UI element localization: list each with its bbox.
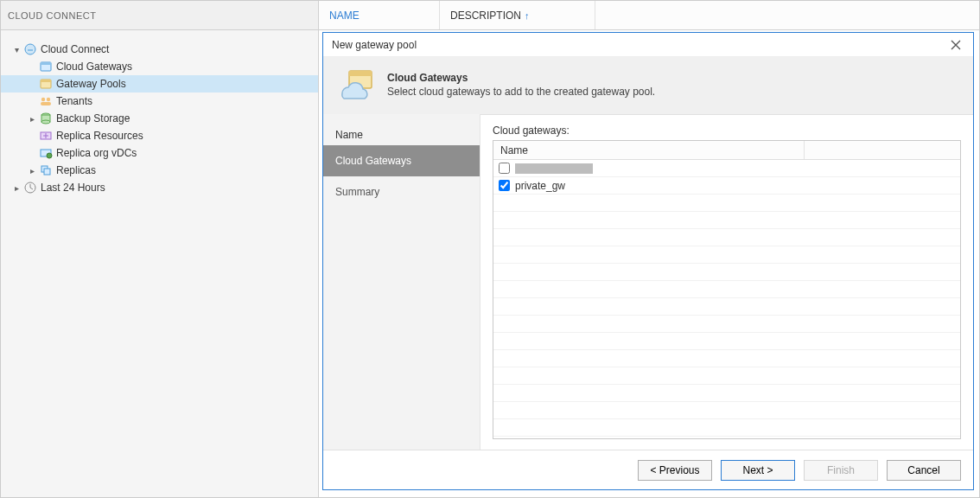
expander-icon[interactable]: ▸ (11, 182, 22, 193)
previous-button[interactable]: < Previous (638, 460, 712, 481)
replica-resources-icon (39, 129, 53, 143)
cloud-gateways-large-icon (337, 67, 375, 102)
svg-rect-2 (41, 62, 51, 65)
gateway-row-empty (493, 298, 960, 316)
tenants-icon (39, 94, 53, 108)
nav-item-cloud-gateways[interactable]: Cloud Gateways (1, 58, 318, 75)
nav-panel: CLOUD CONNECT ▾Cloud ConnectCloud Gatewa… (1, 1, 319, 497)
wizard-step-summary[interactable]: Summary (323, 176, 480, 208)
gateway-row-empty (493, 316, 960, 333)
column-description[interactable]: DESCRIPTION ↑ (440, 1, 595, 29)
svg-point-10 (41, 120, 50, 124)
nav-item-label: Gateway Pools (56, 78, 126, 90)
finish-button[interactable]: Finish (804, 460, 878, 481)
cancel-button[interactable]: Cancel (887, 460, 961, 481)
gateway-row-label-redacted (515, 163, 593, 174)
nav-item-label: Last 24 Hours (41, 182, 105, 194)
wizard-steps-header: Name (323, 124, 480, 145)
cloud-gateways-label: Cloud gateways: (493, 124, 961, 137)
dialog-step-title: Cloud Gateways (387, 72, 655, 84)
expander-icon (27, 61, 37, 72)
backup-storage-icon (39, 112, 53, 125)
nav-tree: ▾Cloud ConnectCloud GatewaysGateway Pool… (1, 30, 318, 196)
nav-item-label: Tenants (56, 95, 92, 107)
nav-item-label: Replica org vDCs (56, 147, 137, 159)
svg-point-6 (47, 98, 50, 101)
nav-item-label: Cloud Gateways (56, 61, 132, 73)
gateway-row[interactable]: private_gw (493, 177, 960, 195)
svg-point-5 (41, 98, 45, 101)
cloud-gateways-grid-head: Name (493, 141, 960, 160)
list-column-header: NAME DESCRIPTION ↑ (319, 1, 979, 30)
svg-rect-7 (41, 102, 51, 105)
svg-point-13 (47, 153, 52, 158)
close-icon (951, 40, 961, 50)
replicas-icon (39, 163, 53, 177)
dialog-titlebar: New gateway pool (323, 33, 973, 57)
gateway-row-empty (493, 333, 960, 350)
svg-rect-4 (41, 80, 51, 82)
gateway-row-empty (493, 212, 960, 229)
expander-icon[interactable]: ▾ (11, 44, 22, 54)
dialog-step-desc: Select cloud gateways to add to the crea… (387, 86, 655, 98)
svg-point-0 (25, 44, 35, 54)
wizard-steps: Name Cloud GatewaysSummary (323, 114, 480, 450)
gateway-row-empty (493, 195, 960, 212)
dialog-footer: < Previous Next > Finish Cancel (323, 450, 973, 489)
cloud-gateways-grid: Name private_gw (493, 140, 961, 439)
gateway-row-label: private_gw (515, 180, 565, 192)
close-button[interactable] (945, 36, 966, 54)
nav-item-replica-org-vdcs[interactable]: Replica org vDCs (1, 144, 318, 162)
gateway-row-empty (493, 264, 960, 281)
gateway-row-checkbox[interactable] (499, 163, 510, 174)
cloud-connect-icon (23, 42, 37, 56)
nav-item-last-24-hours[interactable]: ▸Last 24 Hours (1, 179, 318, 196)
grid-col-name[interactable]: Name (493, 141, 805, 159)
nav-item-label: Replicas (56, 164, 96, 176)
sort-ascending-icon: ↑ (525, 10, 530, 21)
gateway-row-empty (493, 402, 960, 419)
expander-icon (27, 79, 37, 89)
gateway-row-empty (493, 419, 960, 437)
wizard-content: Cloud gateways: Name private_gw (480, 114, 973, 450)
nav-item-tenants[interactable]: Tenants (1, 93, 318, 110)
nav-panel-title: CLOUD CONNECT (1, 1, 318, 30)
cloud-gateways-icon (39, 60, 53, 73)
nav-item-label: Replica Resources (56, 130, 143, 142)
expander-icon (27, 96, 37, 106)
gateway-pools-icon (39, 77, 53, 91)
dialog-header: Cloud Gateways Select cloud gateways to … (323, 57, 973, 115)
nav-item-backup-storage[interactable]: ▸Backup Storage (1, 110, 318, 127)
expander-icon (27, 131, 37, 141)
nav-item-cloud-connect[interactable]: ▾Cloud Connect (1, 41, 318, 58)
next-button[interactable]: Next > (721, 460, 795, 481)
last24-icon (23, 181, 37, 195)
gateway-row-empty (493, 350, 960, 367)
gateway-row-empty (493, 367, 960, 385)
new-gateway-pool-dialog: New gateway pool Cloud Gateways Select c… (322, 32, 974, 490)
grid-col-spacer (805, 141, 960, 159)
expander-icon (27, 148, 37, 158)
expander-icon[interactable]: ▸ (27, 165, 37, 176)
svg-rect-18 (349, 71, 372, 76)
gateway-row-checkbox[interactable] (499, 180, 510, 191)
nav-item-replicas[interactable]: ▸Replicas (1, 162, 318, 179)
gateway-row-empty (493, 385, 960, 402)
gateway-row-empty (493, 437, 960, 438)
nav-item-replica-resources[interactable]: Replica Resources (1, 127, 318, 144)
dialog-title: New gateway pool (332, 39, 417, 51)
nav-item-label: Cloud Connect (41, 43, 109, 55)
column-spacer (595, 1, 979, 29)
nav-item-label: Backup Storage (56, 112, 130, 124)
replica-vdcs-icon (39, 146, 53, 160)
gateway-row-empty (493, 229, 960, 246)
nav-item-gateway-pools[interactable]: Gateway Pools (1, 75, 318, 93)
gateway-row-empty (493, 246, 960, 264)
wizard-step-cloud-gateways[interactable]: Cloud Gateways (323, 145, 480, 176)
svg-rect-15 (44, 169, 50, 175)
column-name[interactable]: NAME (319, 1, 440, 29)
gateway-row[interactable] (493, 160, 960, 177)
gateway-row-empty (493, 281, 960, 298)
expander-icon[interactable]: ▸ (27, 113, 37, 124)
